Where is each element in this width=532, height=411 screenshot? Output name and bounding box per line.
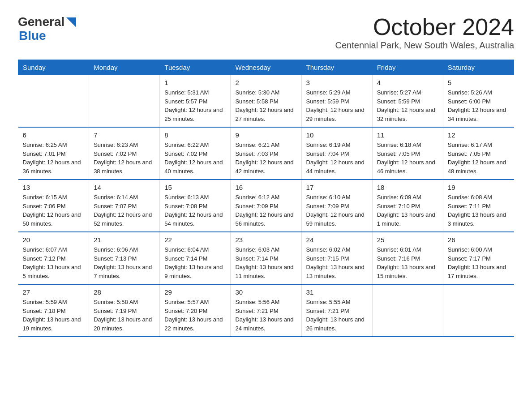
calendar-cell: 13Sunrise: 6:15 AMSunset: 7:06 PMDayligh…	[18, 180, 89, 232]
logo-general: General	[18, 15, 64, 29]
calendar-cell: 7Sunrise: 6:23 AMSunset: 7:02 PMDaylight…	[89, 127, 160, 180]
calendar-cell: 3Sunrise: 5:29 AMSunset: 5:59 PMDaylight…	[301, 75, 372, 128]
calendar-table: SundayMondayTuesdayWednesdayThursdayFrid…	[18, 60, 514, 337]
calendar-week-row: 20Sunrise: 6:07 AMSunset: 7:12 PMDayligh…	[18, 232, 514, 284]
day-number: 2	[235, 79, 296, 86]
page-header: General Blue October 2024 Centennial Par…	[18, 13, 514, 57]
calendar-cell: 23Sunrise: 6:03 AMSunset: 7:14 PMDayligh…	[231, 232, 301, 284]
day-info: Sunrise: 6:22 AMSunset: 7:02 PMDaylight:…	[164, 141, 226, 176]
calendar-cell: 26Sunrise: 6:00 AMSunset: 7:17 PMDayligh…	[443, 232, 514, 284]
day-info: Sunrise: 6:03 AMSunset: 7:14 PMDaylight:…	[235, 245, 296, 280]
day-info: Sunrise: 6:17 AMSunset: 7:05 PMDaylight:…	[448, 141, 510, 176]
day-number: 5	[448, 79, 510, 86]
day-number: 16	[235, 184, 296, 191]
logo-blue: Blue	[19, 29, 76, 43]
header-tuesday: Tuesday	[160, 60, 231, 75]
calendar-cell: 19Sunrise: 6:08 AMSunset: 7:11 PMDayligh…	[443, 180, 514, 232]
day-info: Sunrise: 5:30 AMSunset: 5:58 PMDaylight:…	[235, 88, 296, 123]
day-info: Sunrise: 6:00 AMSunset: 7:17 PMDaylight:…	[448, 245, 510, 280]
calendar-cell: 14Sunrise: 6:14 AMSunset: 7:07 PMDayligh…	[89, 180, 160, 232]
header-sunday: Sunday	[18, 60, 89, 75]
day-number: 7	[94, 131, 155, 139]
day-info: Sunrise: 6:18 AMSunset: 7:05 PMDaylight:…	[377, 141, 438, 176]
day-number: 11	[377, 131, 438, 139]
day-number: 18	[377, 184, 438, 191]
day-number: 10	[306, 131, 368, 139]
day-number: 8	[164, 131, 226, 139]
day-info: Sunrise: 6:07 AMSunset: 7:12 PMDaylight:…	[23, 245, 85, 280]
day-number: 30	[235, 288, 296, 296]
calendar-cell: 9Sunrise: 6:21 AMSunset: 7:03 PMDaylight…	[231, 127, 301, 180]
day-info: Sunrise: 6:06 AMSunset: 7:13 PMDaylight:…	[94, 245, 155, 280]
day-number: 26	[448, 236, 510, 244]
calendar-cell	[89, 75, 160, 128]
day-info: Sunrise: 5:57 AMSunset: 7:20 PMDaylight:…	[164, 298, 226, 333]
day-number: 15	[164, 184, 226, 191]
header-friday: Friday	[372, 60, 443, 75]
day-number: 4	[377, 79, 438, 86]
day-number: 25	[377, 236, 438, 244]
calendar-cell: 15Sunrise: 6:13 AMSunset: 7:08 PMDayligh…	[160, 180, 231, 232]
header-wednesday: Wednesday	[231, 60, 301, 75]
day-info: Sunrise: 6:08 AMSunset: 7:11 PMDaylight:…	[448, 193, 510, 228]
day-info: Sunrise: 6:04 AMSunset: 7:14 PMDaylight:…	[164, 245, 226, 280]
header-saturday: Saturday	[443, 60, 514, 75]
day-number: 1	[164, 79, 226, 86]
calendar-week-row: 13Sunrise: 6:15 AMSunset: 7:06 PMDayligh…	[18, 180, 514, 232]
day-info: Sunrise: 6:12 AMSunset: 7:09 PMDaylight:…	[235, 193, 296, 228]
header-thursday: Thursday	[301, 60, 372, 75]
day-number: 13	[23, 184, 85, 191]
day-number: 23	[235, 236, 296, 244]
day-number: 27	[23, 288, 85, 296]
calendar-cell: 16Sunrise: 6:12 AMSunset: 7:09 PMDayligh…	[231, 180, 301, 232]
day-number: 14	[94, 184, 155, 191]
calendar-cell: 18Sunrise: 6:09 AMSunset: 7:10 PMDayligh…	[372, 180, 443, 232]
day-info: Sunrise: 6:10 AMSunset: 7:09 PMDaylight:…	[306, 193, 368, 228]
logo-arrow-icon	[66, 17, 76, 27]
title-block: October 2024 Centennial Park, New South …	[335, 13, 514, 57]
calendar-cell: 31Sunrise: 5:55 AMSunset: 7:21 PMDayligh…	[301, 284, 372, 337]
calendar-cell: 25Sunrise: 6:01 AMSunset: 7:16 PMDayligh…	[372, 232, 443, 284]
calendar-week-row: 1Sunrise: 5:31 AMSunset: 5:57 PMDaylight…	[18, 75, 514, 128]
day-number: 29	[164, 288, 226, 296]
day-number: 20	[23, 236, 85, 244]
day-number: 12	[448, 131, 510, 139]
day-number: 24	[306, 236, 368, 244]
day-info: Sunrise: 5:31 AMSunset: 5:57 PMDaylight:…	[164, 88, 226, 123]
calendar-cell: 24Sunrise: 6:02 AMSunset: 7:15 PMDayligh…	[301, 232, 372, 284]
calendar-cell: 8Sunrise: 6:22 AMSunset: 7:02 PMDaylight…	[160, 127, 231, 180]
svg-marker-0	[66, 17, 76, 27]
day-info: Sunrise: 5:26 AMSunset: 6:00 PMDaylight:…	[448, 88, 510, 123]
calendar-cell: 20Sunrise: 6:07 AMSunset: 7:12 PMDayligh…	[18, 232, 89, 284]
day-info: Sunrise: 5:27 AMSunset: 5:59 PMDaylight:…	[377, 88, 438, 123]
calendar-cell: 4Sunrise: 5:27 AMSunset: 5:59 PMDaylight…	[372, 75, 443, 128]
calendar-cell: 6Sunrise: 6:25 AMSunset: 7:01 PMDaylight…	[18, 127, 89, 180]
day-number: 3	[306, 79, 368, 86]
day-info: Sunrise: 6:19 AMSunset: 7:04 PMDaylight:…	[306, 141, 368, 176]
day-info: Sunrise: 5:55 AMSunset: 7:21 PMDaylight:…	[306, 298, 368, 333]
day-number: 31	[306, 288, 368, 296]
day-info: Sunrise: 6:14 AMSunset: 7:07 PMDaylight:…	[94, 193, 155, 228]
calendar-cell: 5Sunrise: 5:26 AMSunset: 6:00 PMDaylight…	[443, 75, 514, 128]
logo: General Blue	[18, 15, 76, 43]
calendar-cell: 27Sunrise: 5:59 AMSunset: 7:18 PMDayligh…	[18, 284, 89, 337]
calendar-cell: 11Sunrise: 6:18 AMSunset: 7:05 PMDayligh…	[372, 127, 443, 180]
calendar-cell: 28Sunrise: 5:58 AMSunset: 7:19 PMDayligh…	[89, 284, 160, 337]
day-info: Sunrise: 5:29 AMSunset: 5:59 PMDaylight:…	[306, 88, 368, 123]
calendar-cell: 12Sunrise: 6:17 AMSunset: 7:05 PMDayligh…	[443, 127, 514, 180]
calendar-week-row: 27Sunrise: 5:59 AMSunset: 7:18 PMDayligh…	[18, 284, 514, 337]
header-monday: Monday	[89, 60, 160, 75]
day-info: Sunrise: 6:25 AMSunset: 7:01 PMDaylight:…	[23, 141, 85, 176]
day-info: Sunrise: 6:15 AMSunset: 7:06 PMDaylight:…	[23, 193, 85, 228]
calendar-cell: 17Sunrise: 6:10 AMSunset: 7:09 PMDayligh…	[301, 180, 372, 232]
location-title: Centennial Park, New South Wales, Austra…	[335, 40, 514, 51]
day-number: 19	[448, 184, 510, 191]
calendar-week-row: 6Sunrise: 6:25 AMSunset: 7:01 PMDaylight…	[18, 127, 514, 180]
calendar-cell: 1Sunrise: 5:31 AMSunset: 5:57 PMDaylight…	[160, 75, 231, 128]
calendar-cell: 10Sunrise: 6:19 AMSunset: 7:04 PMDayligh…	[301, 127, 372, 180]
day-info: Sunrise: 6:21 AMSunset: 7:03 PMDaylight:…	[235, 141, 296, 176]
calendar-cell: 29Sunrise: 5:57 AMSunset: 7:20 PMDayligh…	[160, 284, 231, 337]
calendar-cell	[443, 284, 514, 337]
calendar-cell: 22Sunrise: 6:04 AMSunset: 7:14 PMDayligh…	[160, 232, 231, 284]
day-number: 22	[164, 236, 226, 244]
